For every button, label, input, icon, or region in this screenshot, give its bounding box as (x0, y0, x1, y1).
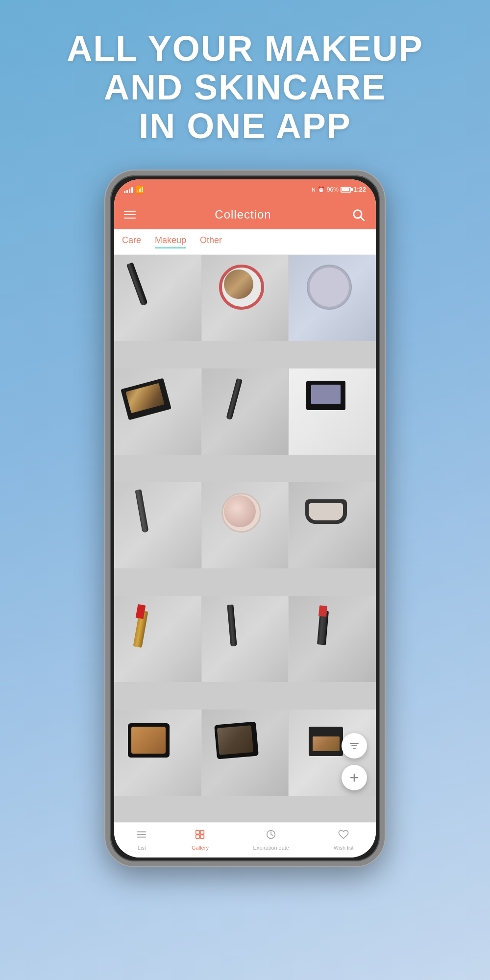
wifi-icon: 📶 (136, 186, 144, 194)
grid-scroll-area (114, 255, 376, 822)
product-item[interactable] (289, 368, 376, 455)
heart-icon (338, 829, 349, 843)
nav-expiration[interactable]: Expiration date (247, 827, 295, 853)
hero-line2: AND SKINCARE (20, 68, 470, 107)
time-display: 1:22 (353, 186, 366, 193)
add-fab-button[interactable] (342, 765, 367, 790)
menu-button[interactable] (124, 211, 136, 219)
tab-other[interactable]: Other (200, 235, 222, 248)
hero-section: ALL YOUR MAKEUP AND SKINCARE IN ONE APP (0, 0, 490, 171)
nav-wishlist[interactable]: Wish list (328, 827, 360, 853)
status-right: N ⏰ 96% 1:22 (312, 186, 366, 193)
svg-line-1 (361, 217, 364, 220)
svg-rect-12 (196, 835, 199, 838)
product-item[interactable] (289, 596, 376, 683)
clock-icon (266, 829, 276, 843)
nav-list[interactable]: List (130, 827, 153, 853)
product-item[interactable] (114, 255, 201, 342)
product-item[interactable] (114, 596, 201, 683)
status-bar: 📶 N ⏰ 96% 1:22 (114, 179, 376, 200)
phone-screen: 📶 N ⏰ 96% 1:22 Collection (114, 179, 376, 858)
nav-list-label: List (138, 845, 146, 851)
tab-care[interactable]: Care (122, 235, 141, 248)
tab-makeup[interactable]: Makeup (155, 235, 186, 248)
product-item[interactable] (114, 368, 201, 455)
nfc-icon: N (312, 187, 316, 193)
svg-rect-10 (196, 831, 199, 834)
product-item[interactable] (289, 482, 376, 569)
svg-rect-13 (200, 835, 204, 838)
bottom-navigation: List Gallery (114, 822, 376, 858)
product-item[interactable] (202, 368, 289, 455)
product-item[interactable] (114, 710, 201, 796)
filter-fab-button[interactable] (342, 733, 367, 759)
list-icon (136, 829, 147, 843)
nav-wishlist-label: Wish list (334, 845, 354, 851)
battery-icon (341, 187, 351, 193)
nav-gallery-label: Gallery (192, 845, 209, 851)
tabs-bar: Care Makeup Other (114, 229, 376, 255)
product-item[interactable] (202, 255, 289, 342)
hero-text: ALL YOUR MAKEUP AND SKINCARE IN ONE APP (20, 29, 470, 146)
product-item[interactable] (202, 710, 289, 796)
product-item[interactable] (202, 482, 289, 569)
product-item[interactable] (289, 255, 376, 342)
svg-rect-11 (200, 831, 204, 834)
battery-percent: 96% (327, 186, 339, 193)
hero-line3: IN ONE APP (20, 107, 470, 146)
gallery-icon (195, 829, 205, 843)
search-button[interactable] (350, 207, 366, 222)
app-header: Collection (114, 200, 376, 229)
alarm-icon: ⏰ (318, 186, 325, 193)
phone-mockup: 📶 N ⏰ 96% 1:22 Collection (105, 171, 385, 866)
signal-icon (124, 186, 133, 193)
nav-expiration-label: Expiration date (253, 845, 289, 851)
product-grid (114, 255, 376, 822)
product-item[interactable] (202, 596, 289, 683)
nav-gallery[interactable]: Gallery (186, 827, 215, 853)
phone-frame: 📶 N ⏰ 96% 1:22 Collection (105, 171, 385, 866)
product-item[interactable] (114, 482, 201, 569)
status-left: 📶 (124, 186, 144, 194)
header-title: Collection (215, 208, 271, 221)
hero-line1: ALL YOUR MAKEUP (20, 29, 470, 68)
